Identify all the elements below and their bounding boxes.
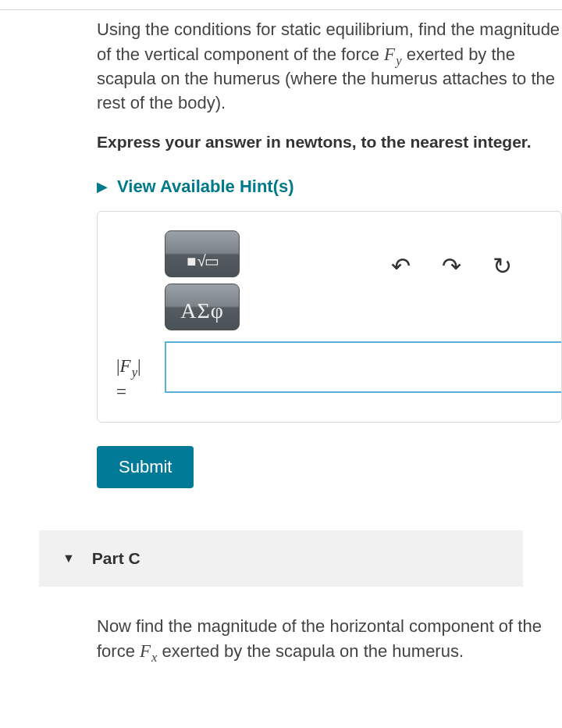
templates-icon: ■ √▭ bbox=[187, 252, 218, 270]
redo-button[interactable]: ↷ bbox=[442, 252, 461, 280]
reset-button[interactable]: ↻ bbox=[493, 252, 512, 280]
answer-instruction: Express your answer in newtons, to the n… bbox=[97, 131, 562, 153]
undo-icon: ↶ bbox=[391, 253, 411, 279]
undo-button[interactable]: ↶ bbox=[391, 252, 411, 280]
redo-icon: ↷ bbox=[442, 253, 461, 279]
equation-templates-button[interactable]: ■ √▭ bbox=[165, 230, 240, 277]
answer-box: ■ √▭ ΑΣφ ↶ ↷ ↻ |Fy| bbox=[97, 211, 562, 423]
answer-lhs: |Fy| = bbox=[116, 341, 165, 404]
reset-icon: ↻ bbox=[493, 253, 512, 279]
force-symbol-Fx: Fx bbox=[140, 641, 157, 661]
question-text: Using the conditions for static equilibr… bbox=[97, 18, 562, 116]
view-hints-toggle[interactable]: ▶ View Available Hint(s) bbox=[97, 177, 562, 197]
part-c-question-text: Now find the magnitude of the horizontal… bbox=[97, 615, 562, 664]
part-c-title: Part C bbox=[92, 549, 140, 568]
equation-toolbar: ■ √▭ ΑΣφ ↶ ↷ ↻ bbox=[116, 230, 561, 330]
answer-input[interactable] bbox=[165, 341, 561, 393]
force-symbol-Fy: Fy bbox=[384, 45, 401, 64]
hints-label: View Available Hint(s) bbox=[117, 177, 294, 197]
part-c-header[interactable]: ▼ Part C bbox=[39, 530, 523, 587]
submit-button[interactable]: Submit bbox=[97, 446, 194, 488]
part-c-text-2: exerted by the scapula on the humerus. bbox=[162, 641, 464, 661]
caret-right-icon: ▶ bbox=[97, 178, 108, 195]
greek-letters-button[interactable]: ΑΣφ bbox=[165, 284, 240, 330]
caret-down-icon: ▼ bbox=[62, 551, 75, 566]
greek-icon: ΑΣφ bbox=[180, 298, 224, 323]
